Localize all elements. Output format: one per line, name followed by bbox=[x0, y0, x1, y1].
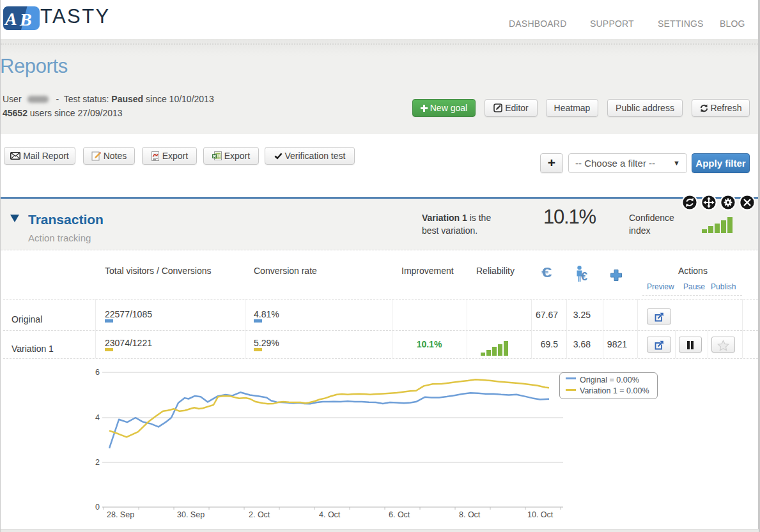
svg-text:€: € bbox=[581, 270, 587, 283]
svg-text:A: A bbox=[4, 9, 17, 29]
svg-text:8. Oct: 8. Oct bbox=[459, 510, 481, 519]
svg-text:30. Sep: 30. Sep bbox=[177, 510, 205, 519]
svg-text:2. Oct: 2. Oct bbox=[249, 510, 270, 519]
svg-text:6: 6 bbox=[95, 368, 100, 377]
svg-text:B: B bbox=[19, 10, 32, 29]
svg-text:6. Oct: 6. Oct bbox=[389, 510, 410, 519]
svg-text:0: 0 bbox=[95, 503, 100, 512]
svg-text:2: 2 bbox=[95, 458, 100, 467]
svg-text:28. Sep: 28. Sep bbox=[107, 510, 134, 519]
svg-text:10. Oct: 10. Oct bbox=[527, 510, 554, 519]
svg-text:4: 4 bbox=[95, 413, 100, 422]
svg-text:4. Oct: 4. Oct bbox=[319, 510, 341, 519]
